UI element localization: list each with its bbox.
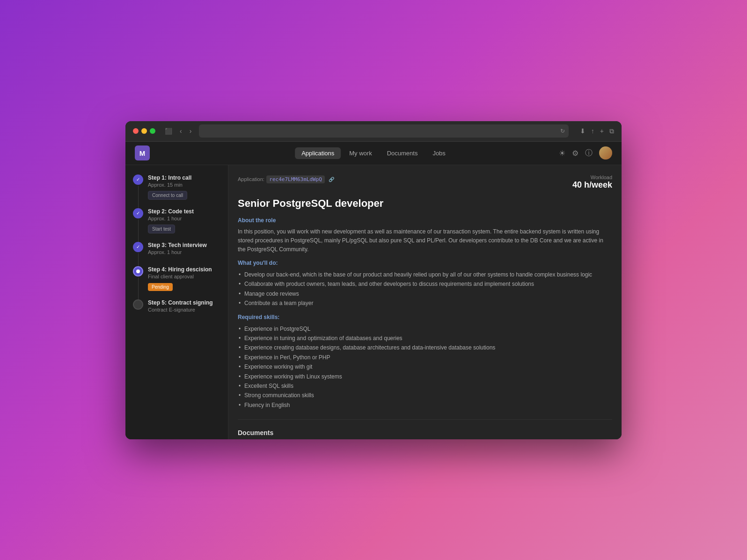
- step-item: ✓ Step 1: Intro call Approx. 15 min Conn…: [133, 175, 220, 200]
- browser-actions: ⬇ ↑ + ⧉: [580, 127, 614, 135]
- share-icon[interactable]: ↑: [591, 127, 594, 135]
- traffic-lights: [133, 128, 155, 134]
- app-logo: M: [135, 145, 150, 160]
- main-content: ✓ Step 1: Intro call Approx. 15 min Conn…: [125, 165, 622, 439]
- what-header: What you'll do:: [238, 260, 612, 266]
- step-item: Step 5: Contract signing Contract E-sign…: [133, 299, 220, 315]
- avatar[interactable]: [599, 146, 612, 160]
- pending-badge: Pending: [148, 283, 173, 291]
- list-item: Experience working with Linux systems: [238, 372, 612, 381]
- list-item: Fluency in English: [238, 400, 612, 410]
- new-tab-icon[interactable]: +: [600, 127, 604, 135]
- list-item: Manage code reviews: [238, 289, 612, 298]
- step-subtitle: Final client approval: [148, 274, 220, 279]
- list-item: Develop our back-end, which is the base …: [238, 270, 612, 279]
- list-item: Collaborate with product owners, team le…: [238, 279, 612, 289]
- list-item: Experience in Perl, Python or PHP: [238, 353, 612, 362]
- address-bar[interactable]: ↻: [199, 124, 568, 138]
- application-id-row: Application: rec4e7LMM63mLdWpQ 🔗: [238, 175, 334, 183]
- step-subtitle: Approx. 15 min: [148, 182, 220, 188]
- step-content: Step 4: Hiring descision Final client ap…: [148, 266, 220, 291]
- info-icon[interactable]: ⓘ: [585, 148, 593, 158]
- step-icon-inactive: [133, 299, 143, 310]
- workload-block: Workload 40 h/week: [572, 175, 612, 190]
- tabs-icon[interactable]: ⧉: [609, 127, 614, 135]
- list-item: Experience in tuning and optimization of…: [238, 334, 612, 343]
- what-list: Develop our back-end, which is the base …: [238, 270, 612, 308]
- workload-value: 40 h/week: [572, 180, 612, 190]
- list-item: Contribute as a team player: [238, 298, 612, 308]
- sidebar-toggle-icon[interactable]: ⬛: [165, 128, 172, 135]
- tab-applications[interactable]: Applications: [295, 147, 341, 159]
- step-icon-completed: ✓: [133, 208, 143, 218]
- step-title: Step 1: Intro call: [148, 175, 220, 181]
- list-item: Excellent SQL skills: [238, 381, 612, 391]
- about-role-header: About the role: [238, 217, 612, 224]
- link-icon: 🔗: [329, 177, 334, 182]
- download-icon[interactable]: ⬇: [580, 127, 586, 135]
- start-test-button[interactable]: Start test: [148, 225, 175, 233]
- app-container: M Applications My work Documents Jobs ☀ …: [125, 142, 622, 439]
- step-content: Step 1: Intro call Approx. 15 min Connec…: [148, 175, 220, 200]
- step-item: Step 4: Hiring descision Final client ap…: [133, 266, 220, 291]
- step-title: Step 5: Contract signing: [148, 299, 220, 306]
- sun-icon[interactable]: ☀: [559, 149, 565, 158]
- step-title: Step 3: Tech interview: [148, 242, 220, 248]
- step-item: ✓ Step 2: Code test Approx. 1 hour Start…: [133, 208, 220, 233]
- list-item: Strong communication skills: [238, 391, 612, 400]
- tab-documents[interactable]: Documents: [381, 147, 425, 159]
- step-subtitle: Contract E-signature: [148, 307, 220, 313]
- top-nav: M Applications My work Documents Jobs ☀ …: [125, 142, 622, 165]
- required-header: Required skills:: [238, 314, 612, 320]
- settings-icon[interactable]: ⚙: [572, 149, 579, 158]
- tab-jobs[interactable]: Jobs: [426, 147, 452, 159]
- workload-label: Workload: [572, 175, 612, 180]
- step-subtitle: Approx. 1 hour: [148, 249, 220, 255]
- close-button[interactable]: [133, 128, 139, 134]
- application-id[interactable]: rec4e7LMM63mLdWpQ: [266, 175, 325, 183]
- list-item: Experience working with git: [238, 362, 612, 371]
- nav-right: ☀ ⚙ ⓘ: [559, 146, 612, 160]
- required-list: Experience in PostgreSQL Experience in t…: [238, 324, 612, 410]
- browser-chrome: ⬛ ‹ › ↻ ⬇ ↑ + ⧉: [125, 121, 622, 142]
- divider: [238, 419, 612, 420]
- list-item: Experience creating database designs, da…: [238, 343, 612, 352]
- browser-nav: ‹ ›: [178, 126, 193, 136]
- step-content: Step 2: Code test Approx. 1 hour Start t…: [148, 208, 220, 233]
- connect-to-call-button[interactable]: Connect to call: [148, 191, 187, 200]
- step-icon-active: [133, 266, 143, 276]
- application-header: Application: rec4e7LMM63mLdWpQ 🔗 Workloa…: [238, 175, 612, 190]
- step-title: Step 2: Code test: [148, 208, 220, 215]
- step-item: ✓ Step 3: Tech interview Approx. 1 hour: [133, 242, 220, 258]
- forward-button[interactable]: ›: [188, 126, 194, 136]
- tab-my-work[interactable]: My work: [343, 147, 378, 159]
- steps-sidebar: ✓ Step 1: Intro call Approx. 15 min Conn…: [125, 165, 228, 439]
- documents-section-title: Documents: [238, 429, 612, 436]
- back-button[interactable]: ‹: [178, 126, 184, 136]
- refresh-icon[interactable]: ↻: [560, 128, 565, 134]
- content-panel: Application: rec4e7LMM63mLdWpQ 🔗 Workloa…: [228, 165, 622, 439]
- step-icon-completed: ✓: [133, 175, 143, 185]
- about-role-text: In this position, you will work with new…: [238, 227, 612, 255]
- minimize-button[interactable]: [141, 128, 147, 134]
- list-item: Experience in PostgreSQL: [238, 324, 612, 334]
- step-title: Step 4: Hiring descision: [148, 266, 220, 273]
- maximize-button[interactable]: [150, 128, 155, 134]
- application-label: Application:: [238, 176, 264, 182]
- step-subtitle: Approx. 1 hour: [148, 216, 220, 221]
- browser-window: ⬛ ‹ › ↻ ⬇ ↑ + ⧉ M Applications My work D…: [125, 121, 622, 439]
- job-title: Senior PostgreSQL developer: [238, 197, 612, 210]
- step-icon-completed: ✓: [133, 242, 143, 252]
- step-content: Step 3: Tech interview Approx. 1 hour: [148, 242, 220, 258]
- step-content: Step 5: Contract signing Contract E-sign…: [148, 299, 220, 315]
- nav-tabs: Applications My work Documents Jobs: [295, 147, 452, 159]
